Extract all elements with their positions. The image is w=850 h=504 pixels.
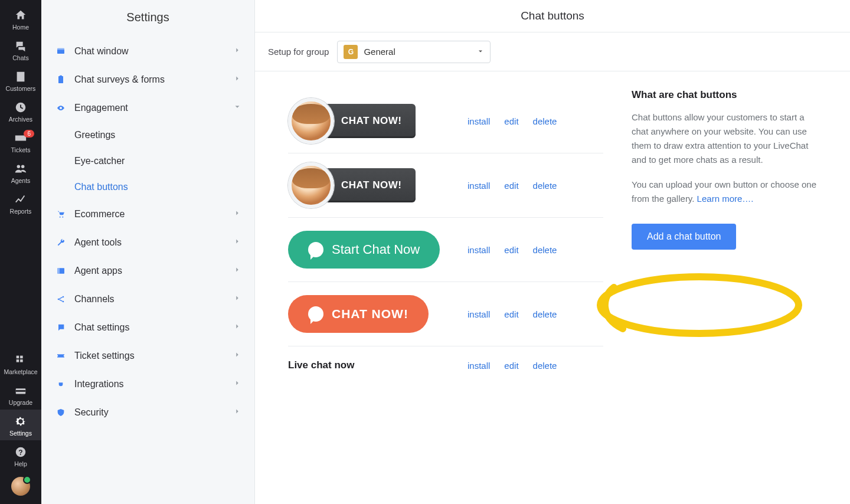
chevron-right-icon bbox=[233, 351, 241, 361]
svg-text:?: ? bbox=[18, 449, 22, 457]
svg-point-1 bbox=[17, 165, 20, 169]
rail-label: Archives bbox=[9, 116, 32, 123]
group-select[interactable]: G General bbox=[337, 41, 491, 63]
rail-archives[interactable]: Archives bbox=[0, 96, 41, 126]
subnav-engagement[interactable]: Engagement bbox=[41, 94, 254, 122]
subnav-agent-apps[interactable]: Agent apps bbox=[41, 257, 254, 285]
tickets-badge: 6 bbox=[24, 130, 34, 138]
edit-link[interactable]: edit bbox=[504, 361, 518, 371]
svg-rect-12 bbox=[57, 48, 64, 50]
plug-icon bbox=[54, 379, 67, 389]
chevron-right-icon bbox=[233, 379, 241, 390]
subnav-chat-buttons[interactable]: Chat buttons bbox=[74, 174, 254, 200]
rail-label: Reports bbox=[10, 208, 32, 215]
subnav-security[interactable]: Security bbox=[41, 398, 254, 427]
learn-more-link[interactable]: Learn more…. bbox=[697, 194, 754, 204]
chat-button-row: CHAT NOW! install edit delete bbox=[288, 153, 603, 218]
delete-link[interactable]: delete bbox=[533, 116, 557, 126]
svg-rect-8 bbox=[16, 390, 26, 392]
subnav-chat-window[interactable]: Chat window bbox=[41, 37, 254, 66]
chevron-right-icon bbox=[233, 294, 241, 305]
main-panel: Chat buttons Setup for group G General C… bbox=[255, 0, 850, 504]
rail-upgrade[interactable]: Upgrade bbox=[0, 379, 41, 410]
rail-label: Upgrade bbox=[9, 399, 32, 406]
install-link[interactable]: install bbox=[468, 361, 490, 371]
rail-label: Chats bbox=[12, 54, 28, 61]
info-title: What are chat buttons bbox=[632, 89, 819, 101]
rail-settings[interactable]: Settings bbox=[0, 410, 41, 440]
chevron-down-icon bbox=[477, 47, 484, 57]
user-avatar[interactable] bbox=[11, 477, 30, 496]
subnav-ecommerce[interactable]: Ecommerce bbox=[41, 200, 254, 228]
chat-button-preview: Live chat now bbox=[288, 359, 453, 371]
agent-face-icon bbox=[288, 98, 334, 144]
share-icon bbox=[54, 294, 67, 304]
chat-button-preview: CHAT NOW! bbox=[288, 295, 453, 333]
subnav-label: Agent apps bbox=[74, 266, 122, 276]
subnav-chat-settings[interactable]: Chat settings bbox=[41, 313, 254, 342]
subnav-surveys[interactable]: Chat surveys & forms bbox=[41, 66, 254, 94]
rail-label: Customers bbox=[6, 85, 36, 92]
edit-link[interactable]: edit bbox=[504, 116, 518, 126]
agent-face-icon bbox=[288, 162, 334, 208]
subnav-greetings[interactable]: Greetings bbox=[74, 122, 254, 148]
svg-point-23 bbox=[64, 355, 66, 357]
subnav-integrations[interactable]: Integrations bbox=[41, 370, 254, 398]
subnav-ticket-settings[interactable]: Ticket settings bbox=[41, 342, 254, 370]
setup-label: Setup for group bbox=[268, 47, 329, 57]
info-panel: What are chat buttons Chat buttons allow… bbox=[632, 71, 850, 504]
eye-icon bbox=[54, 103, 67, 113]
rail-help[interactable]: ? Help bbox=[0, 440, 41, 471]
delete-link[interactable]: delete bbox=[533, 181, 557, 191]
install-link[interactable]: install bbox=[468, 181, 490, 191]
subnav-label: Ecommerce bbox=[74, 209, 125, 220]
subnav-label: Chat settings bbox=[74, 322, 129, 333]
chat-button-preview: CHAT NOW! bbox=[288, 166, 453, 204]
svg-rect-18 bbox=[57, 268, 60, 273]
rail-tickets[interactable]: 6 Tickets bbox=[0, 126, 41, 157]
group-badge: G bbox=[344, 45, 358, 59]
rail-marketplace[interactable]: Marketplace bbox=[0, 348, 41, 379]
rail-agents[interactable]: Agents bbox=[0, 157, 41, 188]
subnav-channels[interactable]: Channels bbox=[41, 285, 254, 313]
subnav-label: Chat window bbox=[74, 46, 129, 57]
group-name: General bbox=[364, 47, 395, 57]
edit-link[interactable]: edit bbox=[504, 245, 518, 255]
subnav-agent-tools[interactable]: Agent tools bbox=[41, 228, 254, 257]
chevron-right-icon bbox=[233, 322, 241, 333]
delete-link[interactable]: delete bbox=[533, 309, 557, 319]
subnav-eye-catcher[interactable]: Eye-catcher bbox=[74, 148, 254, 174]
rail-label: Tickets bbox=[11, 146, 31, 153]
delete-link[interactable]: delete bbox=[533, 361, 557, 371]
window-icon bbox=[54, 47, 67, 56]
rail-label: Help bbox=[14, 460, 27, 467]
wrench-icon bbox=[54, 238, 67, 247]
message-icon bbox=[54, 323, 67, 332]
install-link[interactable]: install bbox=[468, 245, 490, 255]
toolbar: Setup for group G General bbox=[255, 32, 850, 71]
rail-chats[interactable]: Chats bbox=[0, 34, 41, 65]
install-link[interactable]: install bbox=[468, 309, 490, 319]
chevron-right-icon bbox=[233, 46, 241, 57]
rail-reports[interactable]: Reports bbox=[0, 188, 41, 218]
delete-link[interactable]: delete bbox=[533, 245, 557, 255]
chat-button-row: Live chat now install edit delete bbox=[288, 346, 603, 384]
install-link[interactable]: install bbox=[468, 116, 490, 126]
edit-link[interactable]: edit bbox=[504, 181, 518, 191]
ticket-icon bbox=[54, 351, 67, 361]
panel-icon bbox=[54, 266, 67, 276]
svg-point-16 bbox=[62, 217, 63, 218]
rail-customers[interactable]: Customers bbox=[0, 65, 41, 96]
rail-home[interactable]: Home bbox=[0, 4, 41, 34]
settings-subnav: Settings Chat window Chat surveys & form… bbox=[41, 0, 255, 504]
svg-rect-4 bbox=[20, 356, 23, 359]
subnav-label: Greetings bbox=[74, 130, 115, 140]
speech-bubble-icon bbox=[308, 306, 323, 322]
edit-link[interactable]: edit bbox=[504, 309, 518, 319]
chevron-down-icon bbox=[233, 103, 241, 113]
svg-point-15 bbox=[60, 217, 61, 218]
add-chat-button[interactable]: Add a chat button bbox=[632, 224, 736, 250]
svg-rect-3 bbox=[17, 356, 19, 359]
clipboard-icon bbox=[54, 75, 67, 84]
chevron-right-icon bbox=[233, 266, 241, 276]
